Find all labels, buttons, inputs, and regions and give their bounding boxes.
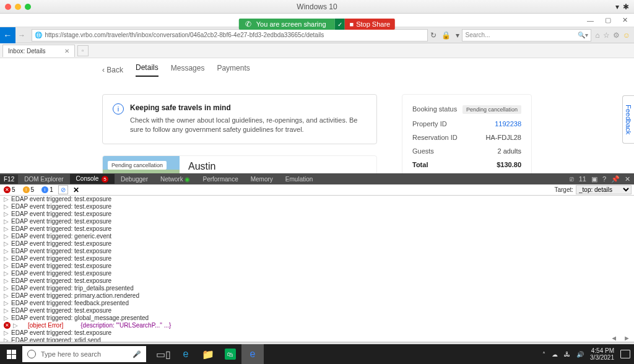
devtools-toolbar: ✕5 !5 i1 ⊘ ✕ Target: _top: details [0, 184, 634, 196]
search-placeholder: Search... [465, 32, 490, 38]
gear-icon[interactable]: ✱ [623, 2, 629, 11]
page-back-link[interactable]: ‹ Back [102, 66, 123, 74]
dt-tab-dom[interactable]: DOM Explorer [18, 175, 69, 184]
console-line: ▷EDAP event triggered: test.exposure [0, 255, 634, 262]
reservation-id-value: HA-FDJL28 [486, 134, 521, 141]
ie-tab-strip: Inbox: Details ✕ ▫ [0, 43, 634, 58]
tab-title: Inbox: Details [8, 48, 46, 54]
dt-help-icon[interactable]: ? [602, 175, 606, 183]
dt-tab-console[interactable]: Console 5 [70, 174, 115, 184]
dt-popout-icon[interactable]: ▣ [591, 175, 597, 183]
f12-label: F12 [0, 175, 18, 184]
home-icon[interactable]: ⌂ [595, 31, 599, 40]
vm-close-icon[interactable]: ✕ [622, 16, 628, 24]
maximize-icon[interactable] [25, 4, 31, 10]
dt-tab-debugger[interactable]: Debugger [115, 175, 154, 184]
scroll-left-icon[interactable]: ◄ [610, 334, 617, 342]
console-line: ▷EDAP event triggered: test.exposure [0, 262, 634, 270]
search-icon[interactable]: 🔍▾ [578, 32, 588, 38]
dt-tab-network[interactable]: Network ◉ [154, 175, 196, 184]
property-card[interactable]: Pending cancellation Austin Property ID:… [102, 155, 377, 173]
target-select[interactable]: _top: details [576, 185, 632, 194]
store-icon[interactable]: 🛍 [219, 344, 241, 364]
filter-info[interactable]: i1 [39, 186, 56, 194]
minimize-icon[interactable] [15, 4, 21, 10]
edge-icon[interactable]: e [175, 344, 197, 364]
url-field[interactable]: 🌐 https://stage.vrbo.com/traveler/th/inb… [32, 29, 428, 41]
system-clock[interactable]: 4:54 PM 3/3/2021 [590, 347, 614, 361]
dt-tab-performance[interactable]: Performance [196, 175, 244, 184]
chevron-down-icon[interactable]: ▾ [615, 2, 619, 11]
booking-status-label: Booking status [412, 105, 457, 114]
close-icon[interactable] [5, 4, 11, 10]
target-label: Target: [554, 186, 573, 193]
vm-maximize-icon[interactable]: ▢ [605, 16, 611, 24]
network-icon[interactable]: 🖧 [564, 351, 570, 358]
close-pane-icon[interactable]: ✕ [71, 186, 82, 194]
scroll-right-icon[interactable]: ► [623, 334, 630, 342]
traffic-lights [5, 4, 31, 10]
action-center-icon[interactable] [620, 350, 630, 358]
filter-errors[interactable]: ✕5 [1, 186, 18, 194]
cortana-icon [27, 350, 36, 358]
stop-share-button[interactable]: ■ Stop Share [345, 19, 396, 30]
booking-status-value: Pending cancellation [462, 105, 521, 114]
tray-up-icon[interactable]: ˄ [542, 351, 545, 358]
network-indicator-icon: ◉ [185, 176, 190, 183]
safety-notice: i Keeping safe travels in mind Check wit… [102, 94, 377, 144]
dt-close-icon[interactable]: ✕ [625, 175, 630, 183]
dt-count: 11 [579, 175, 586, 183]
feedback-tab[interactable]: Feedback [622, 95, 634, 144]
tab-payments[interactable]: Payments [217, 64, 250, 76]
guests-value: 2 adults [497, 147, 521, 155]
forward-button[interactable]: → [15, 31, 28, 40]
clear-console-icon[interactable]: ⊘ [58, 185, 68, 194]
console-line: ▷EDAP event triggered: test.exposure [0, 329, 634, 337]
guests-label: Guests [412, 147, 434, 155]
smiley-icon[interactable]: ☺ [623, 31, 630, 40]
mac-right-controls: ▾ ✱ [615, 2, 629, 11]
console-line: ▷EDAP event triggered: test.exposure [0, 210, 634, 218]
console-line: ▷EDAP event triggered: global_message.pr… [0, 314, 634, 322]
property-id-link[interactable]: 1192238 [495, 120, 521, 128]
console-output[interactable]: ▷EDAP event triggered: test.exposure▷EDA… [0, 196, 634, 342]
browser-tab[interactable]: Inbox: Details ✕ [2, 45, 75, 57]
taskbar-search[interactable]: Type here to search 🎤 [22, 346, 146, 362]
error-badge: 5 [102, 176, 108, 183]
tab-close-icon[interactable]: ✕ [64, 48, 69, 54]
console-line: ▷EDAP event triggered: test.exposure [0, 270, 634, 277]
tray-icon-1[interactable]: ☁ [552, 351, 558, 358]
console-line: ▷EDAP event triggered: test.exposure [0, 307, 634, 314]
dt-screen-icon[interactable]: ⎚ [570, 175, 574, 183]
new-tab-button[interactable]: ▫ [77, 45, 89, 56]
back-button[interactable]: ← [0, 27, 15, 43]
total-label: Total [412, 161, 428, 168]
search-field[interactable]: Search... 🔍▾ [462, 29, 591, 41]
tab-details[interactable]: Details [136, 63, 158, 77]
tools-icon[interactable]: ⚙ [613, 31, 620, 40]
task-view-icon[interactable]: ▭▯ [152, 344, 175, 364]
tab-messages[interactable]: Messages [171, 64, 205, 76]
view-details-link[interactable]: View details [412, 173, 521, 173]
dt-tab-memory[interactable]: Memory [245, 175, 279, 184]
filter-warnings[interactable]: !5 [20, 186, 37, 194]
window-title: Windows 10 [297, 2, 337, 11]
start-button[interactable] [0, 344, 22, 364]
console-line: ▷EDAP event triggered: test.exposure [0, 218, 634, 225]
file-explorer-icon[interactable]: 📁 [197, 344, 219, 364]
ie-running-icon[interactable]: e [241, 344, 264, 364]
share-check-icon[interactable]: ✓ [335, 19, 345, 30]
console-line: ▷EDAP event triggered: generic.event [0, 233, 634, 240]
console-line: ▷EDAP event triggered: test.exposure [0, 203, 634, 210]
vm-minimize-icon[interactable]: — [587, 17, 594, 24]
mic-icon[interactable]: 🎤 [132, 350, 141, 358]
favorites-icon[interactable]: ☆ [603, 31, 610, 40]
booking-summary: Booking statusPending cancellation Prope… [402, 94, 532, 173]
status-badge: Pending cancellation [108, 161, 167, 170]
console-line: ▷EDAP event triggered: primary.action.re… [0, 292, 634, 300]
dt-pin-icon[interactable]: 📌 [611, 175, 620, 183]
dropdown-icon[interactable]: ▾ [453, 31, 462, 40]
dt-tab-emulation[interactable]: Emulation [279, 175, 319, 184]
volume-icon[interactable]: 🔊 [576, 351, 584, 358]
refresh-icon[interactable]: ↻ [428, 31, 439, 40]
